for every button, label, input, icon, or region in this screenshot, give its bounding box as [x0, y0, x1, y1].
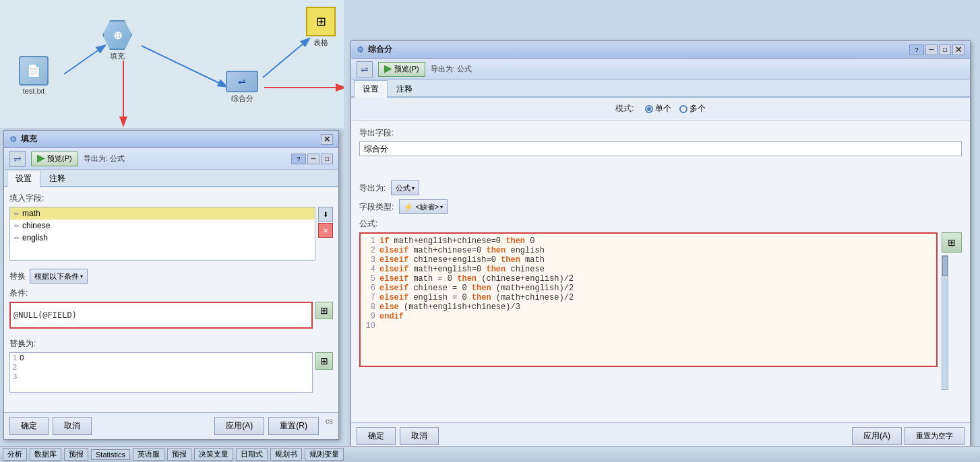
taskbar: 分析 数据库 预报 Statistics 英语服 预报 决策支量 日期式 规划书…: [0, 446, 980, 462]
fill-condition-label: 条件:: [9, 288, 333, 299]
composite-apply-btn[interactable]: 应用(A): [852, 427, 902, 445]
composite-mode-row: 模式: 单个 多个: [351, 98, 970, 121]
composite-export-field-input[interactable]: [359, 141, 962, 156]
taskbar-item-2[interactable]: 数据库: [30, 448, 61, 461]
fill-replace-list[interactable]: 10 2 3: [9, 352, 313, 393]
composite-min-btn[interactable]: ─: [925, 44, 938, 55]
radio-single-label: 单个: [655, 103, 671, 114]
fill-tab-notes[interactable]: 注释: [40, 170, 74, 187]
fill-title-icon: ⚙: [9, 135, 17, 144]
composite-title-text: 综合分: [368, 44, 392, 55]
fill-preview-btn[interactable]: 预览(P): [31, 152, 78, 166]
taskbar-item-3[interactable]: 预报: [64, 448, 88, 461]
replace-item-1[interactable]: 10: [10, 353, 312, 362]
canvas-area: 📄 test.txt ⊕ 填充 ⇌ 综合分 ⊞ 表格: [0, 0, 344, 128]
formula-line-10: 10: [365, 321, 932, 331]
node-table-label: 表格: [313, 38, 328, 48]
composite-radio-single[interactable]: 单个: [645, 103, 671, 114]
dialog-fill: ⚙ 填充 ✕ ⇌ 预览(P) 导出为: 公式 ? ─ □ 设置: [3, 130, 339, 440]
taskbar-item-5[interactable]: 英语服: [133, 448, 164, 461]
fill-reset-btn[interactable]: 重置(R): [268, 417, 319, 435]
calculator-icon: ⊞: [320, 305, 328, 316]
composite-preview-btn[interactable]: 预览(P): [378, 62, 425, 77]
fill-cancel-btn[interactable]: 取消: [53, 417, 92, 435]
fill-replace-dropdown[interactable]: 根据以下条件 ▾: [30, 269, 88, 284]
composite-formula-calc-btn[interactable]: ⊞: [942, 232, 962, 253]
node-testtxt[interactable]: 📄 test.txt: [19, 56, 49, 95]
fill-field-list[interactable]: ✏ math ✏ chinese ✏ english: [9, 207, 315, 261]
play-icon: [37, 155, 45, 163]
composite-calc-btn[interactable]: 重置为空字: [905, 427, 964, 445]
svg-line-0: [64, 46, 104, 74]
connect-icon: ⇌: [13, 154, 22, 164]
taskbar-item-1[interactable]: 分析: [3, 448, 27, 461]
fill-toolbar: ⇌ 预览(P) 导出为: 公式 ? ─ □: [4, 148, 338, 170]
composite-export-as-label: 导出为:: [359, 183, 386, 194]
fill-fields-label: 填入字段:: [9, 193, 333, 204]
composite-connect-btn[interactable]: ⇌: [357, 61, 373, 77]
fill-cs-label: cs: [326, 417, 333, 435]
node-table[interactable]: ⊞ 表格: [306, 7, 336, 48]
composite-close-btn[interactable]: ✕: [952, 44, 964, 55]
composite-toolbar: ⇌ 预览(P) 导出为: 公式: [351, 59, 970, 80]
node-composite[interactable]: ⇌ 综合分: [226, 71, 258, 104]
fill-field-list-container: ✏ math ✏ chinese ✏ english ⬇ ✕: [9, 207, 333, 265]
fill-help-btn[interactable]: ?: [291, 154, 306, 164]
replace-item-2[interactable]: 2: [10, 362, 312, 372]
composite-export-field-label: 导出字段:: [359, 127, 962, 139]
formula-line-7: 7 elseif english = 0 then (math+chinese)…: [365, 293, 932, 302]
fill-condition-calc-btn[interactable]: ⊞: [315, 302, 333, 319]
composite-cancel-btn[interactable]: 取消: [400, 427, 439, 445]
composite-ok-btn[interactable]: 确定: [357, 427, 396, 445]
taskbar-item-10[interactable]: 规则变量: [305, 448, 344, 461]
formula-scrollbar[interactable]: [942, 255, 948, 390]
formula-side-btns: ⊞: [942, 232, 962, 390]
table-icon: ⊞: [306, 7, 336, 36]
fill-field-remove-btn[interactable]: ✕: [318, 223, 333, 238]
taskbar-item-6[interactable]: 预报: [167, 448, 191, 461]
composite-help-btn[interactable]: ?: [909, 44, 924, 55]
composite-formula-area[interactable]: 1 if math+english+chinese=0 then 0 2 els…: [359, 232, 938, 367]
fill-field-add-btn[interactable]: ⬇: [318, 207, 333, 222]
composite-tab-settings[interactable]: 设置: [354, 80, 388, 98]
composite-tab-notes[interactable]: 注释: [388, 80, 421, 98]
replace-item-3[interactable]: 3: [10, 372, 312, 381]
fill-ok-btn[interactable]: 确定: [9, 417, 49, 435]
pencil-icon-english: ✏: [14, 234, 20, 242]
composite-field-type-chevron-icon: ▾: [440, 204, 443, 210]
fill-field-english[interactable]: ✏ english: [10, 232, 315, 244]
fill-min-btn[interactable]: ─: [307, 154, 319, 164]
fill-replace-calc-btn[interactable]: ⊞: [315, 352, 333, 370]
formula-line-9: 9 endif: [365, 312, 932, 321]
fill-replace-as-label: 替换为:: [9, 338, 333, 350]
composite-radio-group: 单个 多个: [645, 103, 706, 114]
taskbar-item-7[interactable]: 决策支量: [194, 448, 233, 461]
fill-max-btn[interactable]: □: [321, 154, 333, 164]
fill-condition-box[interactable]: @NULL(@FIELD): [9, 302, 313, 329]
node-fill[interactable]: ⊕ 填充: [102, 20, 132, 61]
composite-field-type-dropdown[interactable]: ⚡ <缺省> ▾: [399, 199, 448, 214]
composite-export-as-dropdown[interactable]: 公式 ▾: [391, 180, 419, 195]
composite-export-chevron-icon: ▾: [412, 185, 415, 191]
composite-formula-row: 1 if math+english+chinese=0 then 0 2 els…: [359, 232, 962, 390]
taskbar-item-8[interactable]: 日期式: [236, 448, 268, 461]
composite-footer-right: 应用(A) 重置为空字: [852, 427, 964, 445]
fill-field-chinese[interactable]: ✏ chinese: [10, 220, 315, 232]
composite-footer: 确定 取消 应用(A) 重置为空字: [351, 422, 970, 449]
composite-max-btn[interactable]: □: [939, 44, 951, 55]
fill-connect-btn[interactable]: ⇌: [9, 151, 26, 167]
fill-replace-row: 替换 根据以下条件 ▾: [9, 269, 333, 284]
composite-tabs: 设置 注释: [351, 80, 970, 98]
pencil-icon-chinese: ✏: [14, 222, 20, 230]
composite-radio-multi[interactable]: 多个: [679, 103, 706, 114]
taskbar-item-4[interactable]: Statistics: [91, 449, 130, 460]
composite-field-type-row: 字段类型: ⚡ <缺省> ▾: [359, 199, 962, 214]
fill-apply-btn[interactable]: 应用(A): [214, 417, 264, 435]
fill-close-btn[interactable]: ✕: [321, 134, 333, 145]
composite-titlebar-buttons: ? ─ □ ✕: [909, 44, 964, 55]
fill-tab-settings[interactable]: 设置: [7, 170, 40, 187]
dialog-fill-title: ⚙ 填充: [9, 133, 37, 145]
fill-field-math[interactable]: ✏ math: [10, 207, 315, 220]
fill-preview-label: 预览(P): [47, 154, 72, 164]
taskbar-item-9[interactable]: 规划书: [270, 448, 302, 461]
